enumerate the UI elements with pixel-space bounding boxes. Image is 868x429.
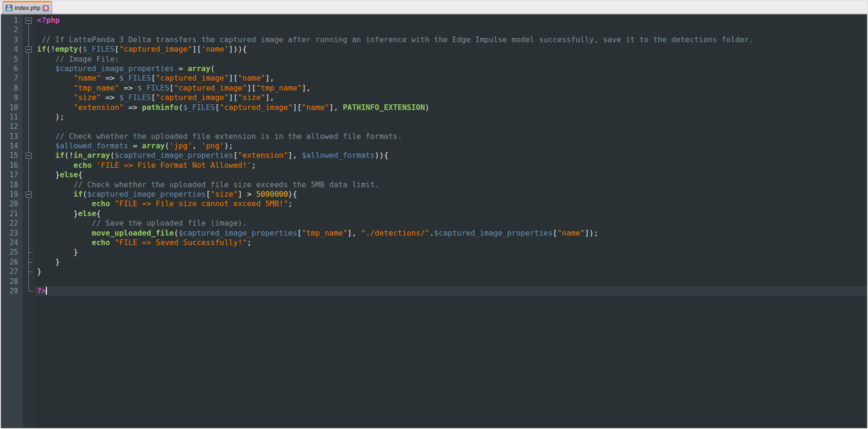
line-number: 12 [1,122,23,131]
code-text[interactable]: if(!empty($_FILES["captured_image"]['nam… [35,45,867,54]
line-number: 3 [1,35,23,45]
fold-collapse-icon[interactable] [26,192,32,198]
code-text[interactable]: $captured_image_properties = array( [35,64,867,73]
line-number: 8 [1,83,23,93]
line-number: 26 [1,257,23,267]
code-line-4: 4if(!empty($_FILES["captured_image"]['na… [1,45,867,54]
fold-marker [23,247,35,257]
line-number: 1 [1,16,23,25]
code-text[interactable]: // Image File: [35,55,867,64]
code-line-22: 22 // Save the uploaded file (image). [1,219,867,228]
code-text[interactable]: // Save the uploaded file (image). [35,219,867,228]
code-text[interactable]: echo "FILE => File size cannot exceed 5M… [35,199,867,209]
fold-marker [23,103,35,112]
code-line-8: 8 "tmp_name" => $_FILES["captured_image"… [1,83,867,93]
code-text[interactable]: "extension" => pathinfo($_FILES["capture… [35,103,867,112]
code-line-25: 25 } [1,247,867,257]
code-text[interactable]: "size" => $_FILES["captured_image"]["siz… [35,93,867,102]
close-icon[interactable]: ✕ [43,5,49,11]
code-rows: 1<?php23 // If LattePanda 3 Delta transf… [1,15,867,296]
code-text[interactable]: if($captured_image_properties["size"] > … [35,190,867,199]
code-line-3: 3 // If LattePanda 3 Delta transfers the… [1,35,867,45]
code-text[interactable]: if(!in_array($captured_image_properties[… [35,151,867,160]
code-line-11: 11 ); [1,112,867,122]
fold-marker [23,132,35,141]
tab-bar: index.php ✕ [1,1,867,15]
code-text[interactable]: } [35,257,867,267]
code-line-21: 21 }else{ [1,209,867,219]
code-text[interactable]: echo 'FILE => File Format Not Allowed!'; [35,161,867,170]
code-text[interactable]: // If LattePanda 3 Delta transfers the c… [35,35,867,45]
code-text[interactable]: ); [35,112,867,122]
code-text[interactable]: move_uploaded_file($captured_image_prope… [35,228,867,238]
line-number: 15 [1,151,23,160]
fold-marker [23,219,35,228]
line-number: 11 [1,112,23,122]
code-text[interactable]: } [35,267,867,276]
code-editor[interactable]: 1<?php23 // If LattePanda 3 Delta transf… [1,15,867,428]
fold-marker [23,161,35,170]
code-line-12: 12 [1,122,867,131]
fold-marker [23,25,35,35]
fold-marker [23,141,35,151]
code-text[interactable]: } [35,247,867,257]
save-icon [6,5,12,11]
line-number: 10 [1,103,23,112]
code-text[interactable] [35,25,867,35]
line-number: 9 [1,93,23,102]
fold-marker [23,267,35,276]
fold-collapse-icon[interactable] [26,153,32,159]
code-text[interactable]: // Check whether the uploaded file exten… [35,132,867,141]
fold-marker [23,35,35,45]
fold-marker [23,55,35,64]
code-line-9: 9 "size" => $_FILES["captured_image"]["s… [1,93,867,102]
text-caret [46,287,47,295]
code-text[interactable]: }else{ [35,170,867,180]
code-line-13: 13 // Check whether the uploaded file ex… [1,132,867,141]
fold-marker [23,190,35,199]
line-number: 29 [1,286,23,296]
code-line-29: 29?> [1,286,867,296]
fold-marker [23,122,35,131]
fold-marker [23,16,35,25]
line-number: 5 [1,55,23,64]
fold-collapse-icon[interactable] [26,18,32,24]
code-line-20: 20 echo "FILE => File size cannot exceed… [1,199,867,209]
code-text[interactable]: "tmp_name" => $_FILES["captured_image"][… [35,83,867,93]
line-number: 2 [1,25,23,35]
code-text[interactable] [35,277,867,286]
code-line-27: 27} [1,267,867,276]
code-line-5: 5 // Image File: [1,55,867,64]
code-line-6: 6 $captured_image_properties = array( [1,64,867,73]
line-number: 6 [1,64,23,73]
line-number: 17 [1,170,23,180]
fold-marker [23,238,35,247]
notepad-window: index.php ✕ 1<?php23 // If LattePanda 3 … [0,0,868,429]
line-number: 27 [1,267,23,276]
line-number: 19 [1,190,23,199]
line-number: 24 [1,238,23,247]
code-text[interactable] [35,122,867,131]
fold-collapse-icon[interactable] [26,46,32,53]
code-line-15: 15 if(!in_array($captured_image_properti… [1,151,867,160]
tab-label: index.php [15,5,40,11]
code-text[interactable]: $allowed_formats = array('jpg', 'png'); [35,141,867,151]
line-number: 18 [1,180,23,190]
line-number: 22 [1,219,23,228]
code-text[interactable]: // Check whether the uploaded file size … [35,180,867,190]
line-number: 4 [1,45,23,54]
code-text[interactable]: }else{ [35,209,867,219]
tab-index-php[interactable]: index.php ✕ [2,1,52,14]
code-text[interactable]: ?> [35,286,867,296]
code-line-2: 2 [1,25,867,35]
fold-marker [23,45,35,54]
code-text[interactable]: <?php [35,16,867,25]
code-line-17: 17 }else{ [1,170,867,180]
fold-marker [23,228,35,238]
fold-marker [23,286,35,296]
code-line-23: 23 move_uploaded_file($captured_image_pr… [1,228,867,238]
line-number: 23 [1,228,23,238]
code-line-14: 14 $allowed_formats = array('jpg', 'png'… [1,141,867,151]
code-text[interactable]: echo "FILE => Saved Successfully!"; [35,238,867,247]
code-text[interactable]: "name" => $_FILES["captured_image"]["nam… [35,73,867,83]
